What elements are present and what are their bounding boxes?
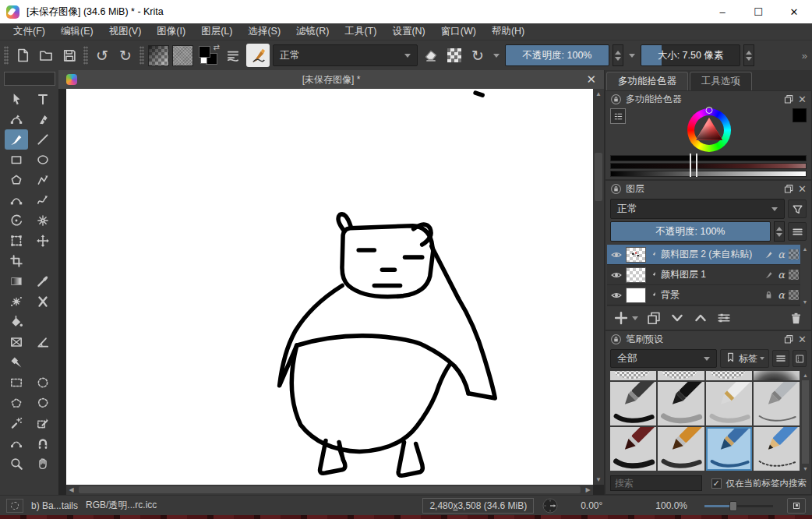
preset-paint-basic[interactable] [610, 427, 656, 471]
preset-display-button[interactable] [793, 350, 807, 367]
preset-scrollbar[interactable]: ▲ ▼ [801, 371, 810, 473]
layer-opacity-spinner[interactable] [774, 221, 785, 242]
menu-5[interactable]: 选择(S) [241, 23, 288, 40]
tool-smart-patch[interactable] [31, 291, 55, 312]
scroll-left-icon[interactable]: ◀ [66, 485, 76, 495]
swap-colors-icon[interactable]: ⇄ [214, 43, 220, 51]
layer-row[interactable]: 颜料图层 2 (来自粘贴)α [607, 245, 810, 265]
menu-6[interactable]: 滤镜(R) [289, 23, 336, 40]
layer-thumbnail[interactable] [626, 267, 646, 283]
preset-eraser-small[interactable] [658, 371, 704, 380]
menu-9[interactable]: 窗口(W) [434, 23, 483, 40]
preset-menu-button[interactable] [772, 350, 789, 367]
tool-freehand-brush[interactable] [5, 129, 28, 150]
new-document-button[interactable] [12, 45, 33, 65]
chevron-down-icon[interactable] [629, 54, 635, 58]
menu-2[interactable]: 视图(V) [102, 23, 149, 40]
tool-crop[interactable] [5, 251, 28, 271]
add-layer-dropdown-icon[interactable] [632, 316, 638, 320]
tool-ellipse[interactable] [31, 150, 55, 170]
tool-bezier-select[interactable] [5, 433, 28, 454]
tool-polygon[interactable] [5, 170, 28, 190]
tool-calligraphy[interactable] [31, 109, 55, 129]
chevron-down-icon[interactable] [493, 54, 500, 58]
tool-transform[interactable] [5, 231, 28, 251]
tool-fill[interactable] [5, 312, 28, 332]
layer-visibility-icon[interactable] [610, 289, 623, 302]
layer-thumbnail[interactable] [626, 288, 646, 303]
layer-thumbnail[interactable] [626, 247, 646, 263]
alpha-lock-icon[interactable]: α [778, 269, 785, 281]
opacity-slider[interactable]: 不透明度: 100% [505, 44, 609, 66]
tool-line[interactable] [31, 129, 55, 150]
scroll-up-icon[interactable]: ▲ [801, 371, 810, 380]
open-document-button[interactable] [36, 45, 56, 65]
preset-ink-ballpen[interactable] [610, 382, 656, 425]
preset-airbrush-soft[interactable] [754, 371, 800, 380]
tool-freehand-path[interactable] [31, 190, 55, 210]
brush-editor-button[interactable] [246, 44, 270, 67]
preset-eraser-soft[interactable] [706, 371, 752, 380]
preset-search-input[interactable] [610, 475, 702, 491]
redo-button[interactable]: ↻ [115, 45, 136, 65]
lock-icon[interactable] [610, 334, 622, 345]
layer-visibility-icon[interactable] [610, 249, 623, 261]
horizontal-scroll-thumb[interactable] [79, 486, 581, 493]
tag-button[interactable]: 标签 [720, 349, 769, 368]
foreground-color[interactable] [199, 46, 210, 58]
maximize-button[interactable]: ☐ [740, 0, 776, 23]
tool-colorize-mask[interactable] [5, 291, 28, 312]
vertical-scroll-thumb[interactable] [595, 153, 602, 201]
alpha-channel-icon[interactable] [789, 249, 799, 260]
tool-color-sampler[interactable] [31, 271, 55, 291]
color-history-bars[interactable] [605, 152, 811, 177]
save-button[interactable] [59, 45, 79, 65]
add-layer-button[interactable] [613, 310, 629, 326]
tool-freehand-select[interactable] [31, 393, 55, 413]
color-wheel[interactable] [687, 108, 731, 152]
layer-row[interactable]: 背景α [607, 285, 810, 305]
preset-paint-detail[interactable] [658, 427, 704, 471]
tool-assistants[interactable] [5, 352, 28, 372]
menu-10[interactable]: 帮助(H) [485, 23, 531, 40]
canvas-rotation-dial[interactable] [542, 497, 559, 514]
reload-preset-button[interactable]: ↻ [468, 45, 488, 65]
preset-ink-pen-rough[interactable] [754, 382, 800, 425]
alpha-lock-icon[interactable]: α [778, 289, 785, 301]
toolbar-handle[interactable] [4, 46, 9, 65]
layer-scrollbar[interactable]: ▲▼ [800, 245, 810, 306]
float-docker-icon[interactable] [783, 334, 794, 344]
float-docker-icon[interactable] [783, 94, 794, 104]
layer-lock-icon[interactable] [764, 290, 774, 300]
eraser-mode-button[interactable] [421, 45, 441, 65]
layer-properties-button[interactable] [716, 310, 732, 326]
opacity-spinner[interactable] [613, 44, 623, 66]
move-layer-up-button[interactable] [693, 310, 708, 326]
current-color-swatch[interactable] [793, 108, 807, 122]
tool-polygon-select[interactable] [5, 393, 28, 413]
value-bar[interactable] [610, 155, 807, 161]
delete-layer-button[interactable] [789, 311, 803, 326]
canvas-vertical-scrollbar[interactable]: ▲ ▼ [593, 89, 604, 485]
inherit-alpha-icon[interactable] [764, 249, 774, 260]
scroll-right-icon[interactable]: ▶ [583, 485, 593, 495]
layer-blend-mode-combo[interactable]: 正常 [610, 199, 785, 219]
duplicate-layer-button[interactable] [646, 310, 662, 326]
layer-name[interactable]: 颜料图层 2 (来自粘贴) [661, 248, 761, 261]
search-in-tag-checkbox[interactable]: ✓ [711, 478, 722, 489]
sv-triangle[interactable] [696, 118, 722, 143]
zoom-slider[interactable] [704, 500, 773, 511]
preset-pencil-blue[interactable] [754, 427, 800, 471]
blend-mode-combo[interactable]: 正常 [273, 44, 418, 66]
tool-contiguous-select[interactable] [5, 413, 28, 433]
tool-bezier-curve[interactable] [5, 190, 28, 210]
lock-icon[interactable] [610, 183, 622, 195]
preserve-alpha-button[interactable] [444, 45, 464, 65]
document-close-icon[interactable]: ✕ [586, 72, 596, 86]
image-size-indicator[interactable]: 2,480 x 3,508 (34.6 MiB) [422, 498, 534, 514]
alpha-channel-icon[interactable] [789, 290, 799, 300]
alpha-lock-icon[interactable]: α [778, 249, 785, 260]
gradient-swatch[interactable] [148, 45, 169, 66]
tool-shape-select[interactable] [5, 89, 28, 109]
lock-icon[interactable] [610, 94, 622, 105]
